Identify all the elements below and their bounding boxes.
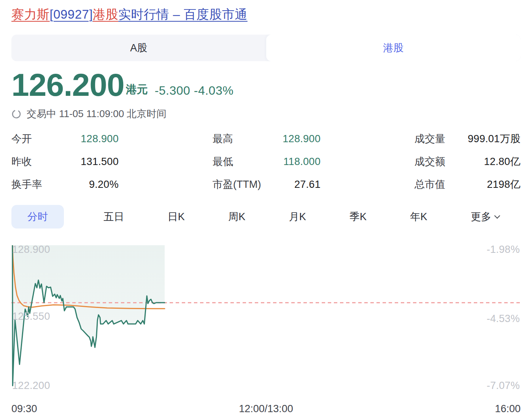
tab-quarterly-k[interactable]: 季K bbox=[346, 205, 370, 228]
stat-market-cap: 总市值 2198亿 bbox=[414, 178, 521, 191]
stat-label: 昨收 bbox=[11, 155, 32, 168]
x-axis: 09:30 12:00/13:00 16:00 bbox=[11, 403, 521, 415]
tab-daily-k[interactable]: 日K bbox=[164, 205, 189, 228]
stat-turnover-amount: 成交额 12.80亿 bbox=[414, 155, 521, 168]
market-tab-bar: A股 港股 bbox=[11, 35, 521, 61]
stat-value: 128.900 bbox=[81, 133, 119, 145]
loading-circle-icon bbox=[11, 109, 21, 119]
currency-label: 港元 bbox=[126, 82, 148, 100]
x-axis-label-close: 16:00 bbox=[495, 403, 521, 415]
more-label: 更多 bbox=[471, 210, 491, 224]
price-change: -5.300 -4.03% bbox=[155, 84, 234, 100]
page-title-link[interactable]: 赛力斯[09927]港股实时行情 – 百度股市通 bbox=[11, 6, 521, 23]
tab-minute[interactable]: 分时 bbox=[11, 205, 64, 229]
stat-value: 999.01万股 bbox=[468, 132, 521, 146]
tab-five-day[interactable]: 五日 bbox=[100, 205, 128, 228]
stat-turnover-rate: 换手率 9.20% bbox=[11, 178, 119, 191]
tab-a-share[interactable]: A股 bbox=[11, 35, 266, 61]
stat-value: 9.20% bbox=[89, 179, 119, 190]
minute-chart-canvas[interactable]: 128.900 125.550 122.200 -1.98% -4.53% -7… bbox=[11, 245, 521, 388]
stat-high: 最高 128.900 bbox=[213, 132, 321, 146]
stat-label: 成交额 bbox=[414, 155, 445, 168]
quote-row: 126.200 港元 -5.300 -4.03% bbox=[11, 70, 521, 100]
stat-value: 12.80亿 bbox=[484, 155, 521, 168]
tab-monthly-k[interactable]: 月K bbox=[285, 205, 310, 228]
chart-period-tab-bar: 分时 五日 日K 周K 月K 季K 年K 更多 bbox=[11, 205, 503, 229]
chevron-down-icon bbox=[494, 213, 500, 219]
stat-value: 27.61 bbox=[294, 179, 321, 190]
stat-label: 最低 bbox=[213, 155, 233, 168]
title-highlight-stock-name: 赛力斯 bbox=[11, 7, 50, 21]
trading-status-row: 交易中 11-05 11:09:00 北京时间 bbox=[11, 107, 521, 121]
stats-grid: 今开 128.900 最高 128.900 成交量 999.01万股 昨收 13… bbox=[11, 132, 521, 191]
minute-chart-svg bbox=[11, 245, 521, 388]
title-suffix: 实时行情 – 百度股市通 bbox=[118, 7, 248, 21]
stat-label: 最高 bbox=[213, 132, 233, 146]
tab-hk-share[interactable]: 港股 bbox=[266, 35, 521, 61]
current-price: 126.200 bbox=[11, 70, 124, 100]
stat-prev-close: 昨收 131.500 bbox=[11, 155, 119, 168]
tab-yearly-k[interactable]: 年K bbox=[407, 205, 431, 228]
stat-volume: 成交量 999.01万股 bbox=[414, 132, 521, 146]
stat-label: 今开 bbox=[11, 132, 32, 146]
stat-open: 今开 128.900 bbox=[11, 132, 119, 146]
tab-weekly-k[interactable]: 周K bbox=[224, 205, 249, 228]
stat-value: 2198亿 bbox=[487, 178, 521, 191]
stat-pe-ttm: 市盈(TTM) 27.61 bbox=[213, 178, 321, 191]
x-axis-label-midday: 12:00/13:00 bbox=[239, 403, 293, 415]
stat-label: 换手率 bbox=[11, 178, 42, 191]
trading-status-text: 交易中 11-05 11:09:00 北京时间 bbox=[27, 107, 167, 121]
stat-label: 市盈(TTM) bbox=[213, 178, 261, 191]
stat-value: 118.000 bbox=[283, 156, 321, 168]
title-stock-code: [09927] bbox=[50, 7, 93, 21]
title-highlight-market: 港股 bbox=[93, 7, 118, 21]
stat-value: 131.500 bbox=[81, 156, 119, 168]
stat-label: 总市值 bbox=[414, 178, 445, 191]
tab-more[interactable]: 更多 bbox=[467, 205, 503, 228]
stat-low: 最低 118.000 bbox=[213, 155, 321, 168]
stat-value: 128.900 bbox=[283, 133, 321, 145]
price-area-fill bbox=[13, 245, 165, 386]
stat-label: 成交量 bbox=[414, 132, 445, 146]
x-axis-label-open: 09:30 bbox=[11, 403, 37, 415]
